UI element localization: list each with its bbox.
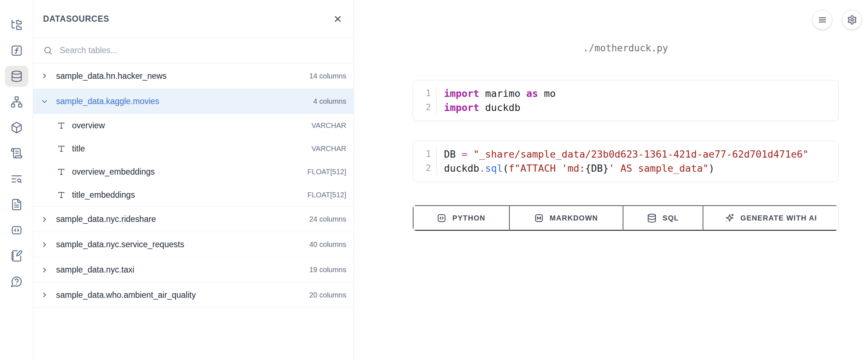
cells-container: 12import marimo as moimport duckdb12DB =… xyxy=(412,80,839,182)
add-cell-bar: PYTHONMARKDOWNSQLGENERATE WITH AI xyxy=(412,205,839,231)
column-row[interactable]: titleVARCHAR xyxy=(33,137,353,160)
folder-tree-icon xyxy=(10,19,23,31)
table-name: sample_data.who.ambient_air_quality xyxy=(56,290,196,300)
table-name: sample_data.nyc.rideshare xyxy=(56,214,156,224)
line-number: 1 xyxy=(413,86,431,100)
add-button-label: MARKDOWN xyxy=(550,214,598,222)
database-small-icon xyxy=(647,213,657,223)
notebook-main-area: ./motherduck.py 12import marimo as moimp… xyxy=(354,0,868,360)
chevron-right-icon xyxy=(41,215,48,223)
panel-title: DATASOURCES xyxy=(43,14,109,24)
code-square-icon xyxy=(10,224,23,236)
table-name: sample_data.kaggle.movies xyxy=(56,97,159,106)
notebook-menu-button[interactable] xyxy=(812,10,832,30)
datasources-panel: DATASOURCES sample_data.hn.hacker_news14… xyxy=(33,0,354,360)
sidebar-item-outline-search[interactable] xyxy=(5,168,28,189)
sidebar-item-logs[interactable] xyxy=(5,143,28,164)
table-row[interactable]: sample_data.nyc.taxi19 columns xyxy=(33,257,353,282)
message-question-icon xyxy=(10,275,23,288)
table-column-count: 24 columns xyxy=(309,215,346,223)
table-row[interactable]: sample_data.nyc.rideshare24 columns xyxy=(33,206,353,232)
hamburger-menu-icon xyxy=(817,15,827,25)
code-line: import marimo as mo xyxy=(444,86,556,100)
cell-code-editor[interactable]: import marimo as moimport duckdb xyxy=(437,86,556,115)
cell-code-editor[interactable]: DB = "_share/sample_data/23b0d623-1361-4… xyxy=(437,147,809,175)
sidebar-item-snippets[interactable] xyxy=(5,220,28,241)
markdown-square-icon xyxy=(534,213,544,223)
sidebar-item-help-chat[interactable] xyxy=(5,271,28,292)
sidebar-item-dependencies[interactable] xyxy=(5,91,28,112)
code-line: DB = "_share/sample_data/23b0d623-1361-4… xyxy=(444,147,809,161)
sidebar-item-file-explorer[interactable] xyxy=(5,14,28,35)
table-row[interactable]: sample_data.kaggle.movies4 columns xyxy=(33,89,353,114)
search-row xyxy=(33,38,353,63)
function-square-icon xyxy=(10,44,23,57)
line-number: 2 xyxy=(413,100,431,115)
column-name: title_embeddings xyxy=(72,190,135,200)
table-column-count: 40 columns xyxy=(309,240,346,249)
notebook-pen-icon xyxy=(10,250,23,262)
column-name: overview xyxy=(72,121,105,130)
search-icon xyxy=(43,46,53,55)
table-name: sample_data.hn.hacker_news xyxy=(56,71,167,81)
column-type: FLOAT[512] xyxy=(308,168,346,176)
table-row[interactable]: sample_data.nyc.service_requests40 colum… xyxy=(33,232,353,257)
line-number: 1 xyxy=(413,147,431,161)
search-tables-input[interactable] xyxy=(60,46,344,55)
chevron-right-icon xyxy=(41,241,48,249)
top-actions xyxy=(812,10,862,30)
notebook-filename[interactable]: ./motherduck.py xyxy=(412,43,839,53)
table-column-count: 4 columns xyxy=(313,97,346,106)
table-name: sample_data.nyc.service_requests xyxy=(56,240,184,249)
app-window: DATASOURCES sample_data.hn.hacker_news14… xyxy=(0,0,868,360)
add-button-label: PYTHON xyxy=(452,214,485,222)
gear-icon xyxy=(847,15,857,25)
sidebar-item-packages[interactable] xyxy=(5,117,28,138)
code-cell: 12import marimo as moimport duckdb xyxy=(412,80,839,121)
chevron-right-icon xyxy=(41,266,48,274)
sidebar-item-variables[interactable] xyxy=(5,40,28,61)
box-icon xyxy=(10,121,23,134)
code-line: duckdb.sql(f"ATTACH 'md:{DB}' AS sample_… xyxy=(444,161,809,175)
add-sql-cell-button[interactable]: SQL xyxy=(623,205,703,231)
database-icon xyxy=(10,70,23,82)
column-row[interactable]: overviewVARCHAR xyxy=(33,114,353,137)
column-type: VARCHAR xyxy=(312,145,346,153)
table-name: sample_data.nyc.taxi xyxy=(56,265,134,275)
table-row[interactable]: sample_data.who.ambient_air_quality20 co… xyxy=(33,282,353,308)
add-markdown-cell-button[interactable]: MARKDOWN xyxy=(509,205,623,231)
chevron-right-icon xyxy=(41,291,48,299)
add-button-label: GENERATE WITH AI xyxy=(740,214,817,222)
column-type: FLOAT[512] xyxy=(308,191,346,199)
code-square-cell-icon xyxy=(437,213,446,223)
notebook-content-column: ./motherduck.py 12import marimo as moimp… xyxy=(412,43,839,231)
tables-list: sample_data.hn.hacker_news14 columnssamp… xyxy=(33,63,353,360)
table-column-count: 14 columns xyxy=(309,72,346,80)
cell-gutter: 12 xyxy=(413,147,437,175)
code-cell: 12DB = "_share/sample_data/23b0d623-1361… xyxy=(412,141,839,182)
add-python-cell-button[interactable]: PYTHON xyxy=(413,205,509,231)
close-panel-button[interactable] xyxy=(333,14,343,24)
add-button-label: SQL xyxy=(662,214,679,222)
cell-gutter: 12 xyxy=(413,86,437,115)
sidebar-icon-rail xyxy=(0,0,33,360)
chevron-right-icon xyxy=(41,72,48,80)
type-text-icon xyxy=(57,190,66,200)
code-line: import duckdb xyxy=(444,100,556,115)
chevron-down-icon xyxy=(41,98,48,106)
network-icon xyxy=(10,96,23,108)
column-row[interactable]: overview_embeddingsFLOAT[512] xyxy=(33,160,353,183)
table-row[interactable]: sample_data.hn.hacker_news14 columns xyxy=(33,63,353,89)
settings-button[interactable] xyxy=(842,10,862,30)
generate-with-ai-button[interactable]: GENERATE WITH AI xyxy=(703,205,838,231)
table-column-count: 20 columns xyxy=(309,291,346,299)
type-text-icon xyxy=(57,121,66,130)
sidebar-item-documentation[interactable] xyxy=(5,194,28,215)
type-text-icon xyxy=(57,167,66,176)
column-type: VARCHAR xyxy=(312,121,346,130)
sidebar-item-datasources[interactable] xyxy=(5,66,28,87)
column-row[interactable]: title_embeddingsFLOAT[512] xyxy=(33,183,353,206)
column-name: overview_embeddings xyxy=(72,167,155,177)
sidebar-item-scratchpad[interactable] xyxy=(5,245,28,266)
text-search-icon xyxy=(10,173,23,185)
